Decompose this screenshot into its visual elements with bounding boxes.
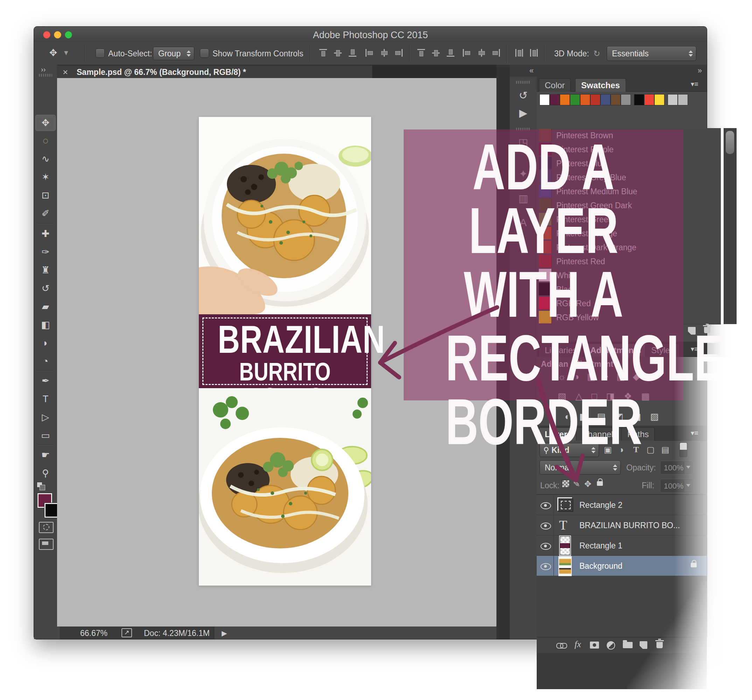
distribute-left-edges-button[interactable] bbox=[462, 48, 472, 58]
panel-menu-icon[interactable]: ▾≡ bbox=[691, 80, 703, 88]
type-tool[interactable]: T bbox=[36, 391, 55, 407]
eye-icon[interactable] bbox=[541, 502, 551, 509]
hand-tool[interactable]: ☛ bbox=[36, 447, 55, 463]
close-document-icon[interactable]: × bbox=[63, 67, 68, 78]
zoom-level[interactable]: 66.67% bbox=[80, 629, 107, 638]
document-size-info[interactable]: Doc: 4.23M/16.1M bbox=[144, 629, 210, 638]
screen-mode-button[interactable] bbox=[39, 539, 54, 550]
blend-mode-dropdown[interactable]: Normal bbox=[539, 461, 621, 475]
clone-stamp-tool[interactable]: ♜ bbox=[36, 262, 55, 278]
swatch-chip[interactable] bbox=[539, 94, 550, 106]
rectangle-layer-thumbnail[interactable] bbox=[560, 536, 570, 555]
swatches-scrollbar[interactable] bbox=[724, 128, 736, 324]
swatch-chip[interactable] bbox=[644, 94, 654, 106]
fill-input[interactable]: 100% bbox=[660, 479, 693, 493]
distribute-horizontal-centers-button[interactable] bbox=[477, 48, 486, 58]
link-layers-icon[interactable] bbox=[556, 643, 567, 648]
history-brush-tool[interactable]: ↺ bbox=[36, 281, 55, 296]
distribute-vertical-centers-button[interactable] bbox=[431, 48, 441, 58]
3d-rotate-icon[interactable]: ↻ bbox=[594, 49, 600, 59]
layer-row-background[interactable]: Background bbox=[537, 556, 707, 576]
layer-name[interactable]: Rectangle 1 bbox=[580, 541, 623, 551]
share-icon[interactable]: ↗ bbox=[121, 628, 132, 637]
swatch-chip[interactable] bbox=[621, 94, 631, 106]
layer-name[interactable]: Background bbox=[580, 562, 623, 571]
opacity-input[interactable]: 100% bbox=[660, 461, 693, 475]
toolbar-grip[interactable] bbox=[39, 74, 52, 77]
eye-icon[interactable] bbox=[541, 563, 551, 570]
history-panel-icon[interactable]: ↺ bbox=[510, 89, 537, 101]
align-right-edges-button[interactable] bbox=[394, 48, 404, 58]
blur-tool[interactable]: ◗ bbox=[36, 335, 55, 351]
eye-icon[interactable] bbox=[541, 523, 551, 529]
pen-tool[interactable]: ✒ bbox=[36, 373, 55, 388]
distribute-horizontal-spacing-button[interactable] bbox=[514, 48, 524, 58]
swatch-chip[interactable] bbox=[560, 94, 570, 106]
swatch-chip[interactable] bbox=[668, 94, 678, 106]
align-left-edges-button[interactable] bbox=[364, 48, 374, 58]
lock-all-button[interactable] bbox=[597, 481, 603, 486]
status-expand-icon[interactable]: ▶ bbox=[222, 629, 227, 637]
layer-name[interactable]: BRAZILIAN BURRITO BO... bbox=[580, 521, 680, 530]
swatch-chip[interactable] bbox=[654, 94, 665, 106]
align-vertical-centers-button[interactable] bbox=[333, 48, 343, 58]
visibility-cell[interactable] bbox=[537, 495, 554, 515]
toolbar-expand-icon[interactable]: ›› bbox=[41, 65, 45, 73]
swatch-chip[interactable] bbox=[634, 94, 644, 106]
quick-mask-mode-button[interactable] bbox=[39, 522, 54, 533]
collapse-panels-icon[interactable]: » bbox=[698, 66, 702, 75]
distribute-top-edges-button[interactable] bbox=[416, 48, 426, 58]
tool-preset-caret-icon[interactable]: ▾ bbox=[64, 48, 68, 57]
eraser-tool[interactable]: ▰ bbox=[36, 299, 55, 314]
collapse-dock-icon[interactable]: « bbox=[529, 66, 533, 75]
gradient-tool[interactable]: ◧ bbox=[36, 317, 55, 332]
new-layer-icon[interactable] bbox=[640, 641, 647, 649]
layer-row-rectangle1[interactable]: Rectangle 1 bbox=[537, 535, 707, 556]
path-selection-tool[interactable]: ▷ bbox=[36, 410, 55, 425]
show-transform-controls-checkbox[interactable] bbox=[200, 49, 209, 58]
title-bar[interactable]: Adobe Photoshop CC 2015 bbox=[34, 26, 707, 43]
eyedropper-tool[interactable]: ✐ bbox=[36, 206, 55, 221]
zoom-tool[interactable]: ⚲ bbox=[36, 466, 55, 481]
layer-name[interactable]: Rectangle 2 bbox=[580, 500, 623, 510]
layer-style-icon[interactable]: fx bbox=[575, 639, 581, 650]
dropdown-arrow-icon[interactable] bbox=[684, 462, 693, 473]
swatch-chip[interactable] bbox=[600, 94, 611, 106]
dropdown-arrow-icon[interactable] bbox=[684, 480, 693, 492]
swatch-chip[interactable] bbox=[590, 94, 600, 106]
panel-menu-icon[interactable]: ▾≡ bbox=[691, 429, 703, 437]
tab-color[interactable]: Color bbox=[539, 78, 571, 92]
align-top-edges-button[interactable] bbox=[318, 48, 328, 58]
magic-wand-tool[interactable]: ✶ bbox=[36, 169, 55, 185]
lasso-tool[interactable]: ∿ bbox=[36, 151, 55, 167]
move-tool[interactable]: ✥ bbox=[35, 115, 56, 131]
distribute-bottom-edges-button[interactable] bbox=[446, 48, 455, 58]
new-adjustment-layer-icon[interactable] bbox=[607, 641, 615, 650]
layer-list-empty-area[interactable] bbox=[537, 576, 707, 637]
swatch-chip[interactable] bbox=[678, 94, 688, 106]
layer-row-text[interactable]: T BRAZILIAN BURRITO BO... bbox=[537, 515, 707, 535]
crop-tool[interactable]: ⊡ bbox=[36, 188, 55, 203]
dodge-tool[interactable]: ◔ bbox=[36, 354, 55, 369]
align-bottom-edges-button[interactable] bbox=[348, 48, 357, 58]
swatch-chip[interactable] bbox=[570, 94, 580, 106]
auto-select-target-dropdown[interactable]: Group bbox=[153, 47, 194, 60]
delete-layer-icon[interactable] bbox=[656, 640, 663, 648]
swatch-chip[interactable] bbox=[580, 94, 590, 106]
rectangle-tool[interactable]: ▭ bbox=[36, 428, 55, 443]
background-layer-thumbnail[interactable] bbox=[558, 556, 572, 576]
lock-position-button[interactable]: ✥ bbox=[584, 479, 591, 489]
document-tab[interactable]: × Sample.psd @ 66.7% (Background, RGB/8)… bbox=[57, 65, 372, 78]
new-group-icon[interactable] bbox=[623, 642, 632, 648]
lock-transparency-button[interactable] bbox=[562, 480, 570, 487]
lock-paint-button[interactable]: ✎ bbox=[573, 479, 580, 489]
distribute-vertical-spacing-button[interactable] bbox=[529, 48, 539, 58]
scrollbar-thumb[interactable] bbox=[726, 131, 734, 154]
spot-healing-brush-tool[interactable]: ✚ bbox=[36, 226, 55, 242]
eye-icon[interactable] bbox=[541, 543, 551, 550]
visibility-cell[interactable] bbox=[537, 535, 554, 556]
actions-panel-icon[interactable]: ▶ bbox=[510, 107, 537, 119]
add-layer-mask-icon[interactable] bbox=[590, 641, 599, 649]
align-horizontal-centers-button[interactable] bbox=[379, 48, 389, 58]
layer-row-rectangle2[interactable]: Rectangle 2 bbox=[537, 495, 707, 515]
